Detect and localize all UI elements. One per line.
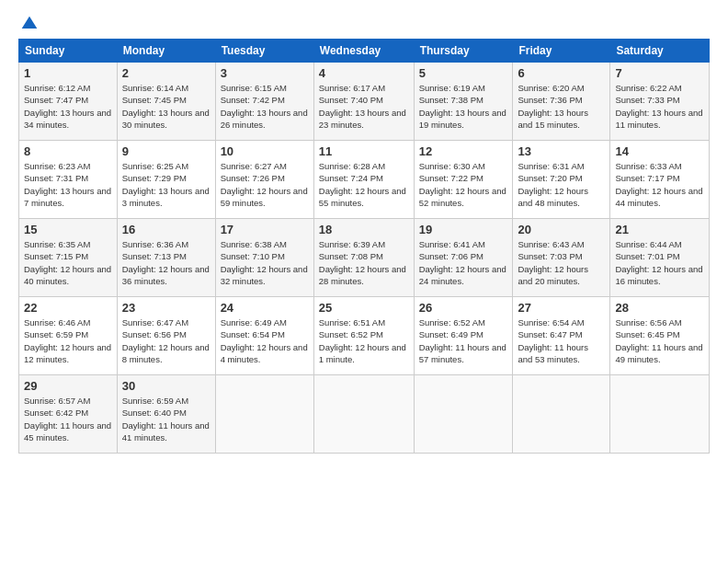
day-number: 27 xyxy=(518,301,605,315)
table-row: 2Sunrise: 6:14 AMSunset: 7:45 PMDaylight… xyxy=(117,63,215,141)
day-number: 24 xyxy=(221,301,309,315)
col-thursday: Thursday xyxy=(414,40,513,63)
day-info: Sunrise: 6:12 AMSunset: 7:47 PMDaylight:… xyxy=(24,82,112,131)
day-info: Sunrise: 6:19 AMSunset: 7:38 PMDaylight:… xyxy=(419,82,508,131)
day-number: 1 xyxy=(24,66,112,80)
col-wednesday: Wednesday xyxy=(313,40,414,63)
day-number: 2 xyxy=(122,66,210,80)
logo-icon xyxy=(20,15,39,33)
day-info: Sunrise: 6:15 AMSunset: 7:42 PMDaylight:… xyxy=(221,82,309,131)
day-info: Sunrise: 6:22 AMSunset: 7:33 PMDaylight:… xyxy=(615,82,704,131)
day-info: Sunrise: 6:33 AMSunset: 7:17 PMDaylight:… xyxy=(615,160,704,209)
day-number: 16 xyxy=(122,223,210,236)
day-number: 5 xyxy=(419,66,508,80)
table-row: 14Sunrise: 6:33 AMSunset: 7:17 PMDayligh… xyxy=(610,141,710,219)
day-info: Sunrise: 6:31 AMSunset: 7:20 PMDaylight:… xyxy=(518,160,605,209)
day-number: 28 xyxy=(615,301,704,315)
table-row: 10Sunrise: 6:27 AMSunset: 7:26 PMDayligh… xyxy=(215,141,313,219)
table-row xyxy=(313,375,414,454)
table-row: 22Sunrise: 6:46 AMSunset: 6:59 PMDayligh… xyxy=(19,297,118,375)
day-info: Sunrise: 6:51 AMSunset: 6:52 PMDaylight:… xyxy=(319,316,409,365)
table-row: 21Sunrise: 6:44 AMSunset: 7:01 PMDayligh… xyxy=(610,219,710,297)
calendar-week-row: 8Sunrise: 6:23 AMSunset: 7:31 PMDaylight… xyxy=(19,141,710,219)
day-number: 8 xyxy=(24,144,112,158)
header xyxy=(18,15,710,29)
col-friday: Friday xyxy=(513,40,610,63)
table-row: 16Sunrise: 6:36 AMSunset: 7:13 PMDayligh… xyxy=(117,219,215,297)
col-sunday: Sunday xyxy=(19,40,118,63)
day-number: 12 xyxy=(419,144,508,158)
table-row: 3Sunrise: 6:15 AMSunset: 7:42 PMDaylight… xyxy=(215,63,313,141)
day-info: Sunrise: 6:44 AMSunset: 7:01 PMDaylight:… xyxy=(615,238,704,287)
day-number: 20 xyxy=(518,223,605,236)
day-info: Sunrise: 6:35 AMSunset: 7:15 PMDaylight:… xyxy=(24,238,112,287)
table-row: 28Sunrise: 6:56 AMSunset: 6:45 PMDayligh… xyxy=(610,297,710,375)
day-number: 6 xyxy=(518,66,605,80)
day-number: 30 xyxy=(122,379,210,393)
day-number: 7 xyxy=(615,66,704,80)
day-info: Sunrise: 6:38 AMSunset: 7:10 PMDaylight:… xyxy=(221,238,309,287)
calendar-table: Sunday Monday Tuesday Wednesday Thursday… xyxy=(18,39,710,454)
day-number: 19 xyxy=(419,223,508,236)
day-number: 14 xyxy=(615,144,704,158)
day-info: Sunrise: 6:17 AMSunset: 7:40 PMDaylight:… xyxy=(319,82,409,131)
day-info: Sunrise: 6:49 AMSunset: 6:54 PMDaylight:… xyxy=(221,316,309,365)
day-number: 15 xyxy=(24,223,112,236)
day-number: 13 xyxy=(518,144,605,158)
table-row: 24Sunrise: 6:49 AMSunset: 6:54 PMDayligh… xyxy=(215,297,313,375)
day-info: Sunrise: 6:27 AMSunset: 7:26 PMDaylight:… xyxy=(221,160,309,209)
table-row: 6Sunrise: 6:20 AMSunset: 7:36 PMDaylight… xyxy=(513,63,610,141)
table-row: 8Sunrise: 6:23 AMSunset: 7:31 PMDaylight… xyxy=(19,141,118,219)
table-row xyxy=(610,375,710,454)
day-info: Sunrise: 6:25 AMSunset: 7:29 PMDaylight:… xyxy=(122,160,210,209)
table-row xyxy=(513,375,610,454)
day-number: 9 xyxy=(122,144,210,158)
day-info: Sunrise: 6:41 AMSunset: 7:06 PMDaylight:… xyxy=(419,238,508,287)
table-row: 20Sunrise: 6:43 AMSunset: 7:03 PMDayligh… xyxy=(513,219,610,297)
table-row: 25Sunrise: 6:51 AMSunset: 6:52 PMDayligh… xyxy=(313,297,414,375)
day-info: Sunrise: 6:47 AMSunset: 6:56 PMDaylight:… xyxy=(122,316,210,365)
day-number: 23 xyxy=(122,301,210,315)
page: Sunday Monday Tuesday Wednesday Thursday… xyxy=(0,0,728,563)
calendar-week-row: 1Sunrise: 6:12 AMSunset: 7:47 PMDaylight… xyxy=(19,63,710,141)
col-tuesday: Tuesday xyxy=(215,40,313,63)
table-row: 19Sunrise: 6:41 AMSunset: 7:06 PMDayligh… xyxy=(414,219,513,297)
day-info: Sunrise: 6:54 AMSunset: 6:47 PMDaylight:… xyxy=(518,316,605,365)
table-row: 17Sunrise: 6:38 AMSunset: 7:10 PMDayligh… xyxy=(215,219,313,297)
table-row: 1Sunrise: 6:12 AMSunset: 7:47 PMDaylight… xyxy=(19,63,118,141)
table-row: 12Sunrise: 6:30 AMSunset: 7:22 PMDayligh… xyxy=(414,141,513,219)
table-row: 18Sunrise: 6:39 AMSunset: 7:08 PMDayligh… xyxy=(313,219,414,297)
table-row: 7Sunrise: 6:22 AMSunset: 7:33 PMDaylight… xyxy=(610,63,710,141)
day-info: Sunrise: 6:59 AMSunset: 6:40 PMDaylight:… xyxy=(122,395,210,443)
table-row xyxy=(414,375,513,454)
table-row: 13Sunrise: 6:31 AMSunset: 7:20 PMDayligh… xyxy=(513,141,610,219)
day-number: 17 xyxy=(221,223,309,236)
table-row: 30Sunrise: 6:59 AMSunset: 6:40 PMDayligh… xyxy=(117,375,215,454)
table-row: 4Sunrise: 6:17 AMSunset: 7:40 PMDaylight… xyxy=(313,63,414,141)
day-number: 25 xyxy=(319,301,409,315)
table-row: 9Sunrise: 6:25 AMSunset: 7:29 PMDaylight… xyxy=(117,141,215,219)
col-monday: Monday xyxy=(117,40,215,63)
table-row xyxy=(215,375,313,454)
table-row: 29Sunrise: 6:57 AMSunset: 6:42 PMDayligh… xyxy=(19,375,118,454)
table-row: 23Sunrise: 6:47 AMSunset: 6:56 PMDayligh… xyxy=(117,297,215,375)
day-number: 11 xyxy=(319,144,409,158)
day-number: 18 xyxy=(319,223,409,236)
day-info: Sunrise: 6:52 AMSunset: 6:49 PMDaylight:… xyxy=(419,316,508,365)
day-info: Sunrise: 6:56 AMSunset: 6:45 PMDaylight:… xyxy=(615,316,704,365)
day-info: Sunrise: 6:43 AMSunset: 7:03 PMDaylight:… xyxy=(518,238,605,287)
day-number: 22 xyxy=(24,301,112,315)
table-row: 27Sunrise: 6:54 AMSunset: 6:47 PMDayligh… xyxy=(513,297,610,375)
day-info: Sunrise: 6:28 AMSunset: 7:24 PMDaylight:… xyxy=(319,160,409,209)
calendar-week-row: 15Sunrise: 6:35 AMSunset: 7:15 PMDayligh… xyxy=(19,219,710,297)
table-row: 11Sunrise: 6:28 AMSunset: 7:24 PMDayligh… xyxy=(313,141,414,219)
day-number: 29 xyxy=(24,379,112,393)
table-row: 5Sunrise: 6:19 AMSunset: 7:38 PMDaylight… xyxy=(414,63,513,141)
day-number: 10 xyxy=(221,144,309,158)
svg-marker-0 xyxy=(22,17,38,29)
day-info: Sunrise: 6:39 AMSunset: 7:08 PMDaylight:… xyxy=(319,238,409,287)
day-number: 21 xyxy=(615,223,704,236)
day-info: Sunrise: 6:46 AMSunset: 6:59 PMDaylight:… xyxy=(24,316,112,365)
day-number: 4 xyxy=(319,66,409,80)
table-row: 15Sunrise: 6:35 AMSunset: 7:15 PMDayligh… xyxy=(19,219,118,297)
